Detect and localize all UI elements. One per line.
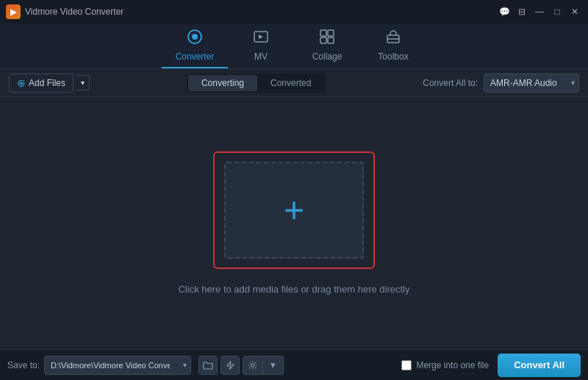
title-bar-controls: 💬 ⊟ — □ ✕ (497, 4, 582, 19)
svg-rect-5 (320, 37, 326, 43)
toolbox-icon (385, 29, 401, 49)
svg-rect-6 (328, 37, 334, 43)
toolbar: ⊕ Add Files ▾ Converting Converted Conve… (0, 69, 588, 97)
drop-zone-inner: + (224, 162, 364, 259)
add-media-icon: + (284, 193, 304, 228)
format-select-wrapper: AMR-AMR AudioMP4MP3AVIMOV ▾ (484, 74, 579, 93)
footer-left: Save to: ▾ (7, 356, 401, 375)
title-bar-left: ▶ Vidmore Video Converter (6, 4, 123, 19)
nav-label-converter: Converter (176, 51, 215, 62)
tab-converted[interactable]: Converted (257, 75, 324, 91)
plus-icon: ⊕ (17, 77, 26, 89)
converter-icon (187, 29, 203, 49)
nav-item-mv[interactable]: MV (228, 26, 294, 68)
add-files-dropdown-button[interactable]: ▾ (76, 75, 90, 90)
settings-button[interactable] (243, 356, 263, 375)
convert-all-button[interactable]: Convert All (498, 354, 581, 377)
nav-item-toolbox[interactable]: Toolbox (360, 26, 426, 68)
merge-checkbox-wrapper[interactable]: Merge into one file (401, 360, 489, 370)
settings-group: ▾ (243, 356, 284, 375)
convert-all-to-label: Convert All to: (423, 78, 478, 88)
toolbar-right: Convert All to: AMR-AMR AudioMP4MP3AVIMO… (423, 74, 579, 93)
nav-label-mv: MV (254, 51, 268, 62)
svg-point-9 (251, 363, 254, 366)
footer: Save to: ▾ (0, 349, 588, 380)
chat-button[interactable]: 💬 (497, 4, 512, 19)
app-logo: ▶ (6, 4, 21, 19)
mv-icon (253, 29, 269, 49)
drop-hint: Click here to add media files or drag th… (178, 284, 409, 295)
add-files-button[interactable]: ⊕ Add Files (9, 74, 74, 93)
minimize-button[interactable]: — (532, 4, 547, 19)
title-bar: ▶ Vidmore Video Converter 💬 ⊟ — □ ✕ (0, 0, 588, 24)
lightning-button[interactable] (220, 356, 240, 375)
settings-dropdown-button[interactable]: ▾ (263, 356, 284, 375)
nav-label-collage: Collage (312, 51, 343, 62)
tab-converting[interactable]: Converting (188, 75, 257, 91)
toolbar-left: ⊕ Add Files ▾ (9, 74, 90, 93)
open-folder-button[interactable] (198, 356, 218, 375)
save-to-label: Save to: (7, 360, 40, 370)
nav-item-collage[interactable]: Collage (294, 26, 360, 68)
svg-rect-3 (320, 30, 326, 36)
footer-right: Merge into one file Convert All (401, 354, 581, 377)
merge-checkbox[interactable] (401, 360, 412, 370)
toolbar-tabs: Converting Converted (187, 74, 326, 93)
drop-zone[interactable]: + (213, 151, 375, 269)
info-button[interactable]: ⊟ (514, 4, 529, 19)
collage-icon (319, 29, 335, 49)
svg-point-1 (192, 34, 198, 40)
main-content: + Click here to add media files or drag … (0, 97, 588, 349)
maximize-button[interactable]: □ (550, 4, 564, 19)
format-select[interactable]: AMR-AMR AudioMP4MP3AVIMOV (484, 74, 579, 93)
add-files-label: Add Files (29, 78, 65, 88)
merge-label: Merge into one file (416, 360, 489, 370)
footer-icon-btns: ▾ (198, 356, 284, 375)
path-input-wrapper: ▾ (44, 356, 191, 375)
nav-bar: Converter MV Collage (0, 24, 588, 69)
svg-rect-4 (328, 30, 334, 36)
title-bar-title: Vidmore Video Converter (25, 7, 123, 17)
nav-item-converter[interactable]: Converter (162, 26, 228, 68)
save-path-input[interactable] (44, 356, 191, 375)
nav-label-toolbox: Toolbox (378, 51, 408, 62)
close-button[interactable]: ✕ (567, 4, 582, 19)
